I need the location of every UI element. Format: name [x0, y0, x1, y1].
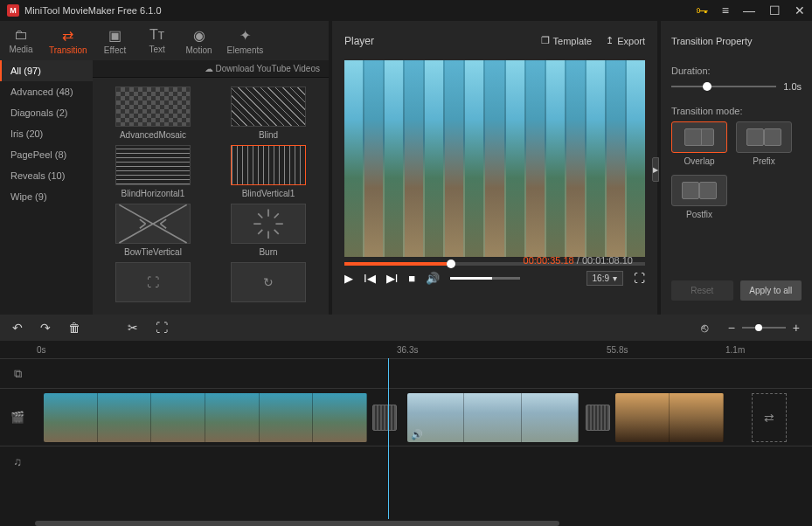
timeline-scrollbar[interactable] — [0, 519, 812, 526]
text-icon: Tт — [149, 27, 164, 43]
overlay-track-icon[interactable]: ⧉ — [0, 367, 35, 381]
maximize-icon[interactable]: ☐ — [769, 3, 781, 17]
duration-value: 1.0s — [783, 81, 802, 92]
audio-toggle-icon[interactable]: ⎋ — [698, 322, 711, 334]
player-title: Player — [344, 35, 374, 47]
properties-panel: Transition Property Duration: 1.0s Trans… — [661, 21, 812, 315]
category-list: All (97) Advanced (48) Diagonals (2) Iri… — [0, 60, 93, 315]
category-pagepeel[interactable]: PagePeel (8) — [0, 144, 93, 165]
export-icon: ↥ — [606, 35, 614, 46]
tab-media[interactable]: 🗀Media — [0, 21, 42, 60]
transition-bowtievertical[interactable]: BowTieVertical — [100, 204, 206, 257]
transition-more-2[interactable]: ↻ — [215, 262, 322, 302]
mode-postfix[interactable] — [671, 175, 727, 206]
transition-more-1[interactable]: ⛶ — [100, 262, 206, 302]
video-clip-1[interactable] — [44, 393, 367, 442]
video-clip-3[interactable] — [615, 393, 724, 442]
tab-motion[interactable]: ◉Motion — [178, 21, 220, 60]
properties-title: Transition Property — [661, 21, 812, 60]
category-reveals[interactable]: Reveals (10) — [0, 165, 93, 186]
tab-effect[interactable]: ▣Effect — [94, 21, 136, 60]
redo-button[interactable]: ↷ — [40, 321, 51, 335]
download-youtube-link[interactable]: Download YouTube Videos — [93, 60, 329, 78]
video-track-icon[interactable]: 🎬 — [0, 411, 35, 424]
template-button[interactable]: ❐Template — [541, 35, 593, 46]
app-logo: M — [7, 4, 19, 17]
transition-advancedmosaic[interactable]: AdvancedMosaic — [100, 87, 206, 140]
motion-icon: ◉ — [193, 27, 205, 44]
category-iris[interactable]: Iris (20) — [0, 123, 93, 144]
undo-button[interactable]: ↶ — [12, 321, 23, 335]
mode-overlap[interactable] — [671, 121, 727, 153]
split-button[interactable]: ✂ — [128, 321, 138, 335]
folder-icon: 🗀 — [14, 27, 28, 43]
svg-line-7 — [258, 230, 262, 234]
category-diagonals[interactable]: Diagonals (2) — [0, 102, 93, 123]
tab-text[interactable]: TтText — [136, 21, 178, 60]
zoom-slider[interactable] — [742, 327, 786, 329]
duration-slider[interactable] — [671, 86, 776, 87]
crop-button[interactable]: ⛶ — [156, 321, 168, 335]
ruler-mark: 55.8s — [607, 345, 628, 355]
player-panel: Player ❐Template ↥Export 00:00:35.18 / 0… — [332, 21, 657, 315]
minimize-icon[interactable]: — — [743, 3, 755, 17]
library-panel: 🗀Media ⇄Transition ▣Effect TтText ◉Motio… — [0, 21, 329, 315]
prev-frame-button[interactable]: I◀ — [364, 272, 376, 285]
play-button[interactable]: ▶ — [344, 272, 353, 285]
audio-track-icon[interactable]: ♫ — [0, 455, 35, 468]
volume-slider[interactable] — [450, 277, 520, 280]
transition-thumb — [231, 204, 306, 244]
menu-icon[interactable]: ≡ — [722, 3, 729, 17]
tab-elements[interactable]: ✦Elements — [220, 21, 271, 60]
category-all[interactable]: All (97) — [0, 60, 93, 81]
mode-prefix[interactable] — [736, 121, 792, 153]
transition-blindhorizontal1[interactable]: BlindHorizontal1 — [100, 145, 206, 198]
current-time: 00:00:35.18 — [524, 255, 574, 266]
timeline-ruler[interactable]: 0s 36.3s 55.8s 1.1m — [0, 341, 812, 358]
close-icon[interactable]: ✕ — [795, 3, 805, 17]
license-key-icon[interactable]: 🗝 — [696, 3, 708, 17]
next-frame-button[interactable]: ▶I — [386, 272, 399, 285]
aspect-ratio-select[interactable]: 16:9▾ — [586, 271, 623, 286]
category-advanced[interactable]: Advanced (48) — [0, 81, 93, 102]
transition-burn[interactable]: Burn — [215, 204, 322, 257]
reset-button[interactable]: Reset — [671, 280, 733, 301]
tab-transition[interactable]: ⇄Transition — [42, 21, 94, 60]
transition-icon: ⇄ — [62, 27, 73, 44]
apply-all-button[interactable]: Apply to all — [740, 280, 802, 301]
total-time: 00:01:08.10 — [582, 255, 633, 266]
fullscreen-button[interactable]: ⛶ — [634, 272, 645, 285]
titlebar: M MiniTool MovieMaker Free 6.1.0 🗝 ≡ — ☐… — [0, 0, 812, 21]
svg-line-4 — [258, 213, 262, 218]
transition-block-2[interactable] — [586, 405, 610, 431]
volume-icon[interactable]: 🔊 — [426, 272, 440, 285]
ruler-mark: 36.3s — [397, 345, 418, 355]
template-icon: ❐ — [541, 35, 550, 46]
transition-thumb — [115, 87, 191, 127]
swap-placeholder[interactable]: ⇄ — [752, 393, 787, 442]
chevron-down-icon: ▾ — [613, 273, 617, 283]
export-button[interactable]: ↥Export — [606, 35, 645, 46]
stop-button[interactable]: ■ — [408, 272, 415, 285]
category-wipe[interactable]: Wipe (9) — [0, 186, 93, 207]
audio-icon: 🔊 — [411, 429, 423, 440]
media-tabs: 🗀Media ⇄Transition ▣Effect TтText ◉Motio… — [0, 21, 329, 60]
ruler-mark: 0s — [37, 345, 46, 355]
transition-blind[interactable]: Blind — [215, 87, 322, 140]
duration-label: Duration: — [671, 66, 802, 76]
zoom-out-button[interactable]: − — [728, 321, 735, 335]
transition-blindvertical1[interactable]: BlindVertical1 — [215, 145, 322, 198]
zoom-in-button[interactable]: + — [793, 321, 800, 335]
effect-icon: ▣ — [108, 27, 121, 44]
transition-block-1[interactable] — [372, 405, 397, 431]
playhead[interactable] — [388, 358, 389, 519]
video-preview[interactable] — [344, 60, 645, 257]
transition-thumb — [115, 204, 191, 244]
transition-thumb: ↻ — [231, 262, 306, 302]
app-title: MiniTool MovieMaker Free 6.1.0 — [24, 5, 696, 16]
transition-thumb — [115, 145, 191, 185]
panel-collapse-toggle[interactable]: ▶ — [652, 157, 659, 182]
video-clip-2[interactable]: 🔊 — [407, 393, 579, 442]
delete-button[interactable]: 🗑 — [68, 321, 80, 335]
transition-thumb — [231, 87, 306, 127]
